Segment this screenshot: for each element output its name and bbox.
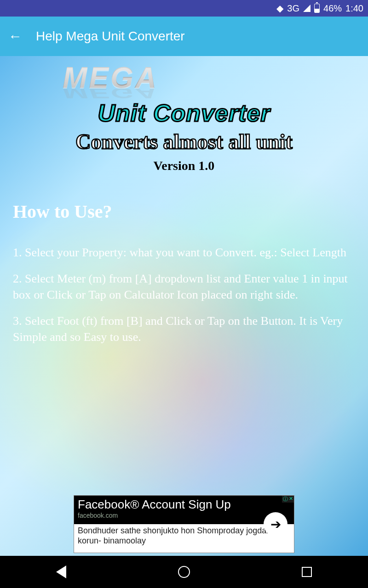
version-label: Version 1.0 xyxy=(0,158,368,173)
ad-body: Bondhuder sathe shonjukto hon Shomproday… xyxy=(74,524,294,553)
ad-title: Facebook® Account Sign Up xyxy=(78,498,290,512)
help-section: How to Use? 1. Select your Property: wha… xyxy=(0,173,368,345)
wifi-icon: ◆ xyxy=(276,3,283,14)
ad-info-icon[interactable]: ⓘ xyxy=(283,496,288,503)
nav-bar xyxy=(0,556,368,588)
ad-controls[interactable]: ⓘ ✕ xyxy=(282,496,294,503)
ad-go-button[interactable]: ➔ xyxy=(264,512,288,536)
app-bar: ← Help Mega Unit Converter xyxy=(0,17,368,56)
help-step: 1. Select your Property: what you want t… xyxy=(13,244,355,260)
battery-percent: 46% xyxy=(323,3,342,14)
brand-logo-reflection: MEGA xyxy=(0,85,368,102)
nav-home-button[interactable] xyxy=(177,565,191,579)
tagline: Converts almost all unit xyxy=(0,130,368,154)
help-step: 3. Select Foot (ft) from [B] and Click o… xyxy=(13,313,355,345)
page-title: Help Mega Unit Converter xyxy=(36,29,185,44)
clock: 1:40 xyxy=(345,3,363,14)
nav-recent-button[interactable] xyxy=(300,565,314,579)
battery-icon xyxy=(314,4,320,13)
signal-icon xyxy=(303,5,310,12)
subtitle: Unit Converter xyxy=(0,99,368,127)
ad-close-icon[interactable]: ✕ xyxy=(289,496,293,503)
status-bar: ◆ 3G 46% 1:40 xyxy=(0,0,368,17)
ad-domain: facebook.com xyxy=(78,512,290,519)
help-step: 2. Select Meter (m) from [A] dropdown li… xyxy=(13,271,355,303)
network-label: 3G xyxy=(287,3,299,14)
nav-back-button[interactable] xyxy=(54,565,68,579)
ad-banner[interactable]: ⓘ ✕ Facebook® Account Sign Up facebook.c… xyxy=(74,495,294,553)
help-heading: How to Use? xyxy=(13,201,355,222)
content-area: MEGA MEGA Unit Converter Converts almost… xyxy=(0,56,368,556)
logo-block: MEGA MEGA Unit Converter Converts almost… xyxy=(0,61,368,173)
back-arrow-icon[interactable]: ← xyxy=(8,28,22,44)
